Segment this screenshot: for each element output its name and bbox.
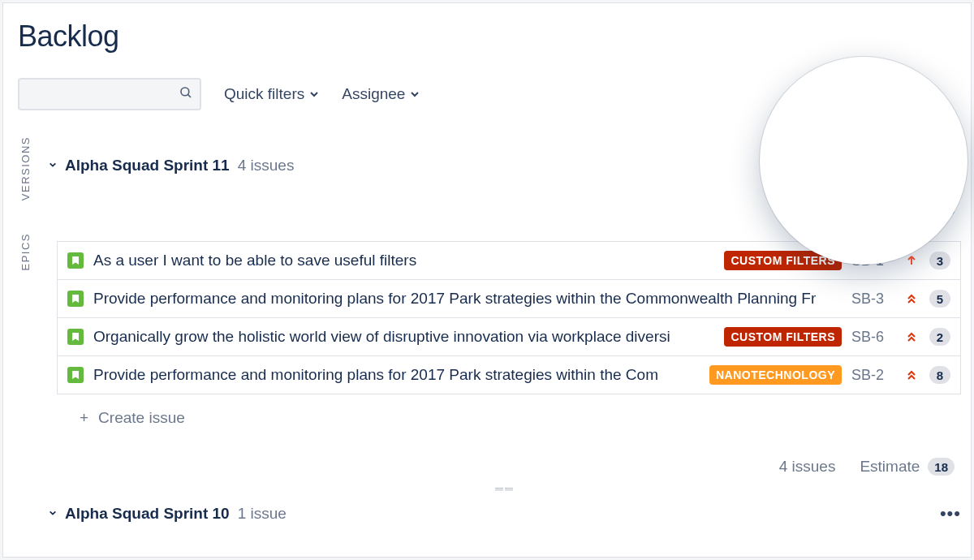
sprint-11-header: Alpha Squad Sprint 11 4 issues Start spr… bbox=[49, 146, 961, 184]
issue-row[interactable]: Organically grow the holistic world view… bbox=[58, 318, 960, 356]
svg-point-0 bbox=[181, 88, 189, 96]
story-icon bbox=[67, 291, 84, 307]
estimate-pill: 8 bbox=[929, 366, 950, 384]
epic-badge[interactable]: CUSTOM FILTERS bbox=[724, 327, 842, 347]
priority-highest-icon bbox=[903, 369, 920, 381]
sprint-issue-count: 1 issue bbox=[238, 505, 287, 523]
search-icon[interactable] bbox=[179, 85, 193, 103]
story-icon bbox=[67, 252, 84, 269]
svg-line-1 bbox=[187, 94, 191, 97]
priority-highest-icon bbox=[903, 293, 920, 304]
issue-key[interactable]: SB-1 bbox=[851, 252, 894, 269]
assignee-dropdown[interactable]: Assignee bbox=[342, 85, 420, 103]
sprint-name: Alpha Squad Sprint 11 bbox=[65, 157, 230, 174]
page-title: Backlog bbox=[18, 19, 961, 54]
quick-filters-label: Quick filters bbox=[224, 85, 304, 103]
epic-badge[interactable]: NANOTECHNOLOGY bbox=[709, 365, 842, 385]
chevron-down-icon bbox=[309, 89, 319, 99]
sprint-issue-count: 4 issues bbox=[238, 157, 295, 174]
footer-estimate-label: Estimate bbox=[860, 458, 920, 476]
priority-medium-icon bbox=[903, 255, 920, 266]
sprint-10-header: Alpha Squad Sprint 10 1 issue ••• bbox=[49, 503, 961, 524]
priority-highest-icon bbox=[903, 331, 920, 342]
issue-row[interactable]: As a user I want to be able to save usef… bbox=[58, 242, 960, 280]
sprint-more-icon[interactable]: ••• bbox=[940, 155, 961, 176]
sprint-footer: 4 issues Estimate 18 bbox=[49, 458, 955, 476]
epic-badge[interactable]: CUSTOM FILTERS bbox=[724, 251, 842, 270]
issue-row[interactable]: Provide performance and monitoring plans… bbox=[58, 356, 960, 394]
start-sprint-button[interactable]: Start sprint bbox=[812, 146, 929, 184]
toolbar: Quick filters Assignee bbox=[18, 78, 961, 110]
story-icon bbox=[67, 329, 84, 345]
drag-handle-icon[interactable]: ══ bbox=[49, 482, 961, 495]
chevron-down-icon bbox=[410, 89, 420, 99]
footer-estimate-pill: 18 bbox=[928, 458, 955, 476]
estimate-pill: 5 bbox=[929, 290, 950, 308]
issue-summary: As a user I want to be able to save usef… bbox=[93, 252, 714, 269]
story-icon bbox=[67, 367, 84, 383]
tab-epics[interactable]: EPICS bbox=[19, 233, 32, 271]
issue-key[interactable]: SB-2 bbox=[851, 367, 894, 384]
issue-summary: Organically grow the holistic world view… bbox=[93, 328, 714, 346]
create-issue-label: Create issue bbox=[98, 409, 185, 427]
create-issue-button[interactable]: + Create issue bbox=[80, 409, 961, 427]
quick-filters-dropdown[interactable]: Quick filters bbox=[224, 85, 319, 103]
plus-icon: + bbox=[80, 409, 88, 427]
issue-key[interactable]: SB-3 bbox=[851, 291, 894, 308]
issue-list: As a user I want to be able to save usef… bbox=[57, 241, 961, 394]
collapse-icon[interactable] bbox=[49, 508, 57, 519]
tab-versions[interactable]: VERSIONS bbox=[19, 136, 32, 200]
sprint-more-icon[interactable]: ••• bbox=[940, 503, 961, 524]
issue-key[interactable]: SB-6 bbox=[851, 329, 894, 346]
estimate-pill: 3 bbox=[929, 252, 950, 269]
issue-summary: Provide performance and monitoring plans… bbox=[93, 366, 700, 384]
issue-summary: Provide performance and monitoring plans… bbox=[93, 290, 842, 308]
linked-pages-link[interactable]: Linked pages bbox=[863, 200, 955, 218]
footer-issue-count: 4 issues bbox=[779, 458, 836, 476]
sprint-name: Alpha Squad Sprint 10 bbox=[65, 505, 230, 523]
assignee-label: Assignee bbox=[342, 85, 405, 103]
search-box bbox=[18, 78, 201, 110]
side-tabs: VERSIONS EPICS bbox=[19, 136, 32, 271]
collapse-icon[interactable] bbox=[49, 160, 57, 171]
issue-row[interactable]: Provide performance and monitoring plans… bbox=[58, 280, 960, 318]
search-input[interactable] bbox=[18, 78, 201, 110]
estimate-pill: 2 bbox=[929, 328, 950, 346]
